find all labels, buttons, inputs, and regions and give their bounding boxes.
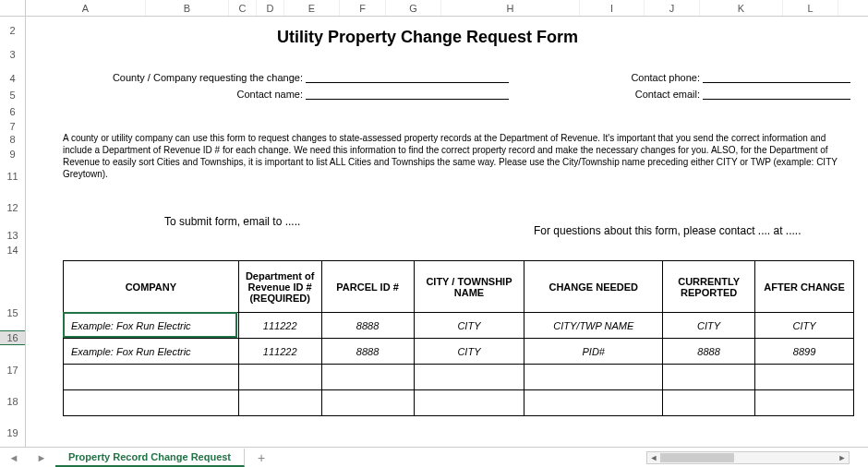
- table-header: CURRENTLY REPORTED: [663, 261, 755, 313]
- row-header-19[interactable]: 19: [0, 426, 25, 439]
- table-row: [64, 365, 854, 390]
- table-cell[interactable]: CITY: [663, 313, 755, 339]
- column-header-F[interactable]: F: [340, 0, 386, 16]
- table-cell[interactable]: 8888: [321, 313, 414, 339]
- row-header-8[interactable]: 8: [0, 133, 25, 146]
- row-header-14[interactable]: 14: [0, 244, 25, 257]
- table-cell[interactable]: Example: Fox Run Electric: [64, 313, 239, 339]
- table-cell[interactable]: 8899: [755, 339, 854, 365]
- contact-email-input-line[interactable]: [703, 89, 850, 100]
- column-header-H[interactable]: H: [441, 0, 580, 16]
- row-header-15[interactable]: 15: [0, 306, 25, 319]
- row-header-3[interactable]: 3: [0, 48, 25, 61]
- table-cell[interactable]: [755, 390, 854, 416]
- table-cell[interactable]: [238, 365, 321, 390]
- column-header-E[interactable]: E: [284, 0, 340, 16]
- table-header: CHANGE NEEDED: [524, 261, 663, 313]
- column-header-A[interactable]: A: [26, 0, 146, 16]
- table-row: Example: Fox Run Electric1112228888CITYC…: [64, 313, 854, 339]
- table-cell[interactable]: [755, 365, 854, 390]
- row-header-9[interactable]: 9: [0, 148, 25, 161]
- tab-nav-prev-icon[interactable]: ◄: [9, 452, 19, 463]
- table-header: CITY / TOWNSHIP NAME: [414, 261, 524, 313]
- column-header-L[interactable]: L: [783, 0, 838, 16]
- table-cell[interactable]: Example: Fox Run Electric: [64, 339, 239, 365]
- column-header-C[interactable]: C: [229, 0, 257, 16]
- contact-phone-label: Contact phone:: [617, 72, 700, 83]
- row-header-11[interactable]: 11: [0, 170, 25, 183]
- row-header-13[interactable]: 13: [0, 229, 25, 242]
- row-header-12[interactable]: 12: [0, 201, 25, 214]
- row-header-7[interactable]: 7: [0, 120, 25, 133]
- sheet-tab-bar: ◄ ► Property Record Change Request + ◄ ►: [0, 447, 868, 467]
- table-cell[interactable]: [524, 390, 663, 416]
- contact-phone-input-line[interactable]: [703, 72, 850, 83]
- contact-name-label: Contact name:: [63, 89, 303, 100]
- table-cell[interactable]: CITY/TWP NAME: [524, 313, 663, 339]
- column-header-I[interactable]: I: [580, 0, 645, 16]
- column-headers: ABCDEFGHIJKL: [0, 0, 868, 17]
- submit-note: To submit form, email to .....: [164, 215, 300, 228]
- request-table[interactable]: COMPANYDepartment of Revenue ID # (REQUI…: [63, 260, 854, 416]
- column-header-D[interactable]: D: [257, 0, 284, 16]
- table-cell[interactable]: [321, 365, 414, 390]
- table-header: Department of Revenue ID # (REQUIRED): [238, 261, 321, 313]
- table-cell[interactable]: [321, 390, 414, 416]
- table-cell[interactable]: 8888: [321, 339, 414, 365]
- column-header-B[interactable]: B: [146, 0, 229, 16]
- contact-name-input-line[interactable]: [306, 89, 509, 100]
- table-cell[interactable]: CITY: [755, 313, 854, 339]
- table-cell[interactable]: [524, 365, 663, 390]
- worksheet-area[interactable]: Utility Property Change Request Form Cou…: [26, 17, 868, 447]
- column-header-J[interactable]: J: [645, 0, 700, 16]
- questions-note: For questions about this form, please co…: [534, 224, 801, 237]
- column-header-G[interactable]: G: [386, 0, 441, 16]
- table-header: AFTER CHANGE: [755, 261, 854, 313]
- table-cell[interactable]: [663, 390, 755, 416]
- table-header: COMPANY: [64, 261, 239, 313]
- instructions-text: A county or utility company can use this…: [63, 132, 838, 180]
- table-cell[interactable]: 111222: [238, 313, 321, 339]
- table-cell[interactable]: CITY: [414, 313, 524, 339]
- contact-email-label: Contact email:: [617, 89, 700, 100]
- row-header-4[interactable]: 4: [0, 72, 25, 85]
- table-cell[interactable]: [64, 390, 239, 416]
- form-title: Utility Property Change Request Form: [26, 28, 829, 47]
- row-header-5[interactable]: 5: [0, 89, 25, 102]
- table-cell[interactable]: 8888: [663, 339, 755, 365]
- sheet-tab-active[interactable]: Property Record Change Request: [55, 449, 245, 467]
- scroll-right-icon[interactable]: ►: [836, 453, 849, 462]
- column-header-K[interactable]: K: [700, 0, 783, 16]
- table-cell[interactable]: 111222: [238, 339, 321, 365]
- table-cell[interactable]: CITY: [414, 339, 524, 365]
- table-cell[interactable]: [64, 365, 239, 390]
- county-label: County / Company requesting the change:: [63, 72, 303, 83]
- tab-nav-next-icon[interactable]: ►: [37, 452, 47, 463]
- row-header-18[interactable]: 18: [0, 395, 25, 408]
- table-cell[interactable]: [414, 390, 524, 416]
- add-sheet-button[interactable]: +: [245, 450, 278, 465]
- horizontal-scrollbar[interactable]: ◄ ►: [646, 451, 850, 464]
- table-header: PARCEL ID #: [321, 261, 414, 313]
- table-cell[interactable]: [238, 390, 321, 416]
- row-header-6[interactable]: 6: [0, 105, 25, 118]
- table-row: Example: Fox Run Electric1112228888CITYP…: [64, 339, 854, 365]
- row-headers: 23456789111213141516171819: [0, 17, 26, 447]
- table-row: [64, 390, 854, 416]
- table-cell[interactable]: [663, 365, 755, 390]
- county-input-line[interactable]: [306, 72, 509, 83]
- row-header-17[interactable]: 17: [0, 364, 25, 377]
- plus-icon: +: [258, 450, 265, 465]
- select-all-corner[interactable]: [0, 0, 26, 16]
- table-cell[interactable]: [414, 365, 524, 390]
- scroll-left-icon[interactable]: ◄: [647, 453, 660, 462]
- row-header-2[interactable]: 2: [0, 24, 25, 37]
- table-cell[interactable]: PID#: [524, 339, 663, 365]
- scroll-thumb[interactable]: [660, 453, 734, 462]
- scroll-track[interactable]: [660, 452, 836, 463]
- row-header-16[interactable]: 16: [0, 330, 25, 345]
